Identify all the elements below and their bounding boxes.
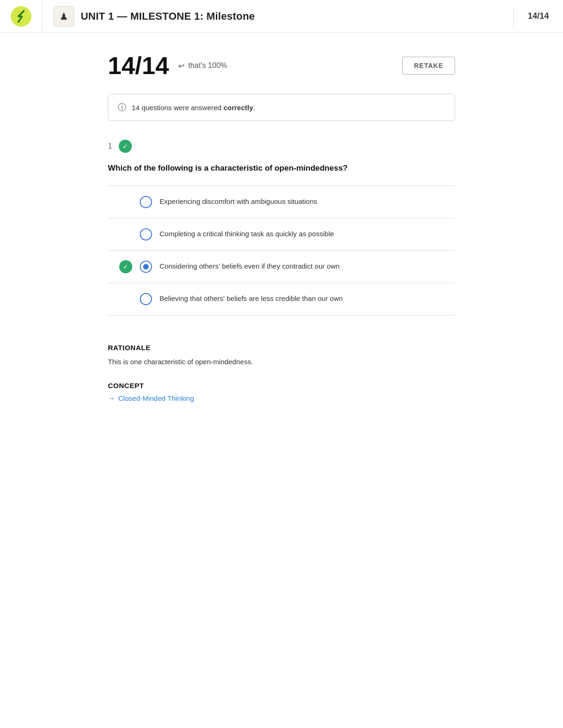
header-score: 14/14 [514, 11, 563, 21]
concept-heading: CONCEPT [108, 382, 455, 390]
option-a[interactable]: ✓ Experiencing discomfort with ambiguous… [108, 186, 455, 218]
concept-link[interactable]: → Closed-Minded Thinking [108, 394, 455, 403]
option-a-text: Experiencing discomfort with ambiguous s… [160, 196, 317, 207]
rationale-heading: RATIONALE [108, 344, 455, 352]
retake-button[interactable]: RETAKE [402, 57, 455, 75]
page-title: UNIT 1 — MILESTONE 1: Milestone [81, 10, 255, 23]
option-a-radio[interactable] [140, 196, 152, 208]
concept-link-text: Closed-Minded Thinking [118, 394, 194, 402]
option-b[interactable]: ✓ Completing a critical thinking task as… [108, 218, 455, 250]
option-c-correct-icon: ✓ [119, 260, 132, 273]
score-section: 14/14 ↩ that's 100% RETAKE [108, 52, 455, 80]
options-list: ✓ Experiencing discomfort with ambiguous… [108, 186, 455, 315]
main-content: 14/14 ↩ that's 100% RETAKE ⓘ 14 question… [70, 33, 493, 421]
app-header: ♟ UNIT 1 — MILESTONE 1: Milestone 14/14 [0, 0, 563, 33]
score-label: ↩ that's 100% [178, 61, 227, 70]
question-header: 1 ✓ [108, 140, 455, 153]
info-icon: ⓘ [118, 102, 126, 113]
option-c[interactable]: ✓ Considering others' beliefs even if th… [108, 250, 455, 283]
option-b-text: Completing a critical thinking task as q… [160, 229, 334, 240]
logo-area [0, 0, 42, 33]
option-d-text: Believing that others' beliefs are less … [160, 293, 343, 304]
arrow-back-icon: ↩ [178, 61, 184, 70]
big-score: 14/14 [108, 52, 169, 80]
smartbook-logo-icon [11, 6, 31, 27]
rationale-text: This is one characteristic of open-minde… [108, 356, 455, 368]
question-number: 1 [108, 142, 112, 150]
info-box: ⓘ 14 questions were answered correctly. [108, 94, 455, 121]
concept-section: CONCEPT → Closed-Minded Thinking [108, 382, 455, 403]
option-c-radio[interactable] [140, 261, 152, 273]
option-d[interactable]: ✓ Believing that others' beliefs are les… [108, 283, 455, 315]
option-d-radio[interactable] [140, 293, 152, 305]
info-message: 14 questions were answered correctly. [132, 104, 255, 112]
question-correct-icon: ✓ [119, 140, 132, 153]
unit-icon: ♟ [53, 6, 74, 27]
header-title-section: ♟ UNIT 1 — MILESTONE 1: Milestone [42, 6, 514, 27]
option-b-radio[interactable] [140, 228, 152, 240]
percent-label: that's 100% [188, 61, 227, 70]
arrow-right-icon: → [108, 394, 115, 403]
question-text: Which of the following is a characterist… [108, 162, 455, 174]
rationale-section: RATIONALE This is one characteristic of … [108, 334, 455, 368]
option-c-text: Considering others' beliefs even if they… [160, 261, 340, 272]
